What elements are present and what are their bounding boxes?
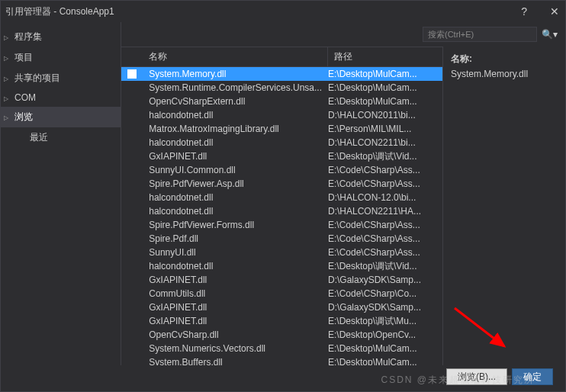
row-name: SunnyUI.Common.dll: [143, 165, 328, 175]
row-path: E:\Desktop\MulCam...: [328, 357, 442, 365]
row-path: E:\Desktop\调试\Mu...: [328, 315, 442, 328]
row-name: GxIAPINET.dll: [143, 275, 328, 285]
row-path: E:\Desktop\MulCam...: [328, 82, 442, 93]
table-row[interactable]: System.Buffers.dllE:\Desktop\MulCam...: [121, 355, 442, 365]
main-area: 程序集 项目 共享的项目 COM 浏览 最近 🔍▾ 名称 路径 System.M…: [1, 22, 565, 365]
row-path: E:\Desktop\调试\Vid...: [328, 260, 442, 273]
table-row[interactable]: Spire.PdfViewer.Asp.dllE:\Code\CSharp\As…: [121, 177, 442, 191]
row-path: D:\HALCON-12.0\bi...: [328, 192, 442, 203]
title-bar: 引用管理器 - ConsoleApp1 ? ✕: [1, 1, 565, 22]
row-name: GxIAPINET.dll: [143, 151, 328, 162]
table-row[interactable]: System.Numerics.Vectors.dllE:\Desktop\Mu…: [121, 342, 442, 355]
footer: CSDN @未来超低端科技研究所 浏览(B)... 确定: [1, 365, 565, 388]
row-path: E:\Desktop\调试\Vid...: [328, 150, 442, 163]
list-body[interactable]: System.Memory.dllE:\Desktop\MulCam...Sys…: [121, 67, 442, 365]
row-name: halcondotnet.dll: [143, 206, 328, 217]
row-path: E:\Code\CSharp\Ass...: [328, 165, 442, 175]
table-row[interactable]: GxIAPINET.dllE:\Desktop\调试\Mu...: [121, 314, 442, 328]
row-name: Matrox.MatroxImagingLibrary.dll: [143, 124, 328, 134]
row-path: E:\Desktop\MulCam...: [328, 96, 442, 107]
row-name: halcondotnet.dll: [143, 137, 328, 148]
row-name: CommUtils.dll: [143, 288, 328, 299]
sidebar-item-browse[interactable]: 浏览: [1, 107, 121, 127]
close-icon[interactable]: ✕: [550, 5, 559, 18]
row-name: System.Memory.dll: [143, 69, 328, 79]
sidebar-item-recent[interactable]: 最近: [1, 127, 121, 148]
search-row: 🔍▾: [121, 22, 565, 47]
reference-list: 名称 路径 System.Memory.dllE:\Desktop\MulCam…: [121, 47, 443, 365]
row-name: OpenCvSharpExtern.dll: [143, 96, 328, 107]
ok-button[interactable]: 确定: [512, 368, 553, 385]
table-row[interactable]: CommUtils.dllE:\Code\CSharp\Co...: [121, 287, 442, 300]
sidebar: 程序集 项目 共享的项目 COM 浏览 最近: [1, 22, 121, 365]
row-path: E:\Code\CSharp\Ass...: [328, 178, 442, 189]
table-row[interactable]: Spire.PdfViewer.Forms.dllE:\Code\CSharp\…: [121, 218, 442, 232]
search-input[interactable]: [423, 27, 537, 42]
table-row[interactable]: halcondotnet.dllD:\HALCON2211\HA...: [121, 204, 442, 218]
detail-value: System.Memory.dll: [451, 69, 558, 79]
row-path: D:\HALCON2211\bi...: [328, 137, 442, 148]
header-path[interactable]: 路径: [328, 47, 442, 66]
help-icon[interactable]: ?: [521, 5, 527, 18]
table-row[interactable]: System.Runtime.CompilerServices.Unsa...E…: [121, 81, 442, 95]
list-header: 名称 路径: [121, 47, 442, 67]
header-checkbox: [121, 47, 143, 66]
row-path: E:\Desktop\MulCam...: [328, 343, 442, 354]
row-name: System.Numerics.Vectors.dll: [143, 343, 328, 354]
header-name[interactable]: 名称: [143, 47, 328, 66]
row-path: E:\Desktop\MulCam...: [328, 69, 442, 79]
row-path: E:\Desktop\OpenCv...: [328, 329, 442, 340]
table-row[interactable]: Matrox.MatroxImagingLibrary.dllE:\Person…: [121, 122, 442, 136]
table-row[interactable]: halcondotnet.dllD:\HALCON2211\bi...: [121, 136, 442, 149]
row-path: E:\Code\CSharp\Ass...: [328, 233, 442, 244]
row-name: GxIAPINET.dll: [143, 316, 328, 326]
sidebar-item-projects[interactable]: 项目: [1, 47, 121, 68]
row-checkbox[interactable]: [127, 69, 137, 79]
row-name: halcondotnet.dll: [143, 261, 328, 272]
table-row[interactable]: SunnyUI.Common.dllE:\Code\CSharp\Ass...: [121, 163, 442, 177]
table-row[interactable]: Spire.Pdf.dllE:\Code\CSharp\Ass...: [121, 232, 442, 246]
table-row[interactable]: halcondotnet.dllD:\HALCON-12.0\bi...: [121, 191, 442, 204]
row-name: SunnyUI.dll: [143, 247, 328, 258]
row-name: Spire.PdfViewer.Forms.dll: [143, 220, 328, 230]
table-row[interactable]: System.Memory.dllE:\Desktop\MulCam...: [121, 67, 442, 81]
detail-panel: 名称: System.Memory.dll: [443, 47, 565, 365]
row-path: E:\Code\CSharp\Ass...: [328, 220, 442, 230]
table-row[interactable]: GxIAPINET.dllD:\GalaxySDK\Samp...: [121, 300, 442, 314]
table-row[interactable]: OpenCvSharp.dllE:\Desktop\OpenCv...: [121, 328, 442, 342]
sidebar-item-assemblies[interactable]: 程序集: [1, 27, 121, 47]
sidebar-item-com[interactable]: COM: [1, 88, 121, 107]
table-row[interactable]: SunnyUI.dllE:\Code\CSharp\Ass...: [121, 246, 442, 259]
table-row[interactable]: OpenCvSharpExtern.dllE:\Desktop\MulCam..…: [121, 95, 442, 108]
row-name: System.Runtime.CompilerServices.Unsa...: [143, 82, 328, 93]
row-path: E:\Person\MIL\MIL...: [328, 124, 442, 134]
row-path: D:\HALCON2211\HA...: [328, 206, 442, 217]
table-row[interactable]: GxIAPINET.dllE:\Desktop\调试\Vid...: [121, 149, 442, 163]
row-name: System.Buffers.dll: [143, 357, 328, 365]
browse-button[interactable]: 浏览(B)...: [446, 368, 507, 385]
row-name: Spire.Pdf.dll: [143, 233, 328, 244]
row-name: halcondotnet.dll: [143, 110, 328, 120]
table-row[interactable]: GxIAPINET.dllD:\GalaxySDK\Samp...: [121, 273, 442, 287]
search-icon[interactable]: 🔍▾: [542, 29, 558, 40]
row-name: halcondotnet.dll: [143, 192, 328, 203]
row-path: D:\HALCON2011\bi...: [328, 110, 442, 120]
row-name: GxIAPINET.dll: [143, 302, 328, 313]
center-panel: 🔍▾ 名称 路径 System.Memory.dllE:\Desktop\Mul…: [121, 22, 565, 365]
window-title: 引用管理器 - ConsoleApp1: [5, 5, 114, 18]
row-path: D:\GalaxySDK\Samp...: [328, 275, 442, 285]
row-path: D:\GalaxySDK\Samp...: [328, 302, 442, 313]
row-name: OpenCvSharp.dll: [143, 329, 328, 340]
row-name: Spire.PdfViewer.Asp.dll: [143, 178, 328, 189]
row-path: E:\Code\CSharp\Ass...: [328, 247, 442, 258]
table-row[interactable]: halcondotnet.dllE:\Desktop\调试\Vid...: [121, 259, 442, 273]
row-path: E:\Code\CSharp\Co...: [328, 288, 442, 299]
table-row[interactable]: halcondotnet.dllD:\HALCON2011\bi...: [121, 108, 442, 122]
sidebar-item-shared[interactable]: 共享的项目: [1, 68, 121, 88]
detail-label: 名称:: [451, 53, 558, 66]
